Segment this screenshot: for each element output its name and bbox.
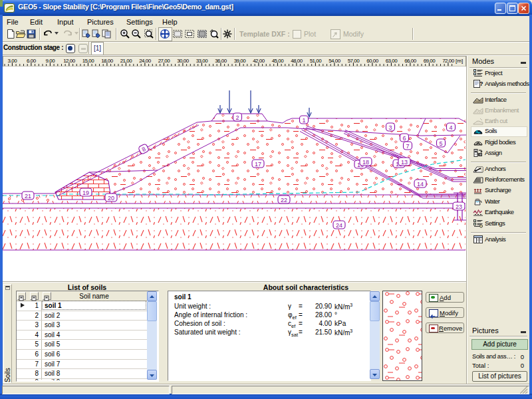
svg-text:57.00: 57.00 — [348, 58, 360, 64]
svg-text:36.00: 36.00 — [215, 58, 227, 64]
svg-text:69.00: 69.00 — [424, 58, 436, 64]
svg-text:?: ? — [479, 80, 483, 87]
svg-text:45.00: 45.00 — [272, 58, 285, 64]
svg-text:42.00: 42.00 — [253, 58, 265, 64]
svg-text:19: 19 — [82, 190, 89, 196]
svg-text:30.00: 30.00 — [177, 58, 190, 64]
svg-text:3.00: 3.00 — [8, 58, 18, 64]
svg-text:66.00: 66.00 — [404, 58, 417, 64]
svg-text:7: 7 — [406, 143, 409, 150]
svg-text:6.00: 6.00 — [27, 58, 37, 64]
svg-text:24: 24 — [336, 222, 342, 229]
svg-text:2: 2 — [235, 114, 239, 121]
svg-text:5: 5 — [439, 140, 442, 147]
svg-text:1: 1 — [302, 117, 305, 124]
svg-text:63.00: 63.00 — [386, 58, 398, 64]
svg-text:15.00: 15.00 — [82, 58, 95, 64]
svg-text:4: 4 — [449, 124, 452, 131]
svg-text:24.00: 24.00 — [139, 58, 152, 64]
svg-text:18: 18 — [362, 159, 369, 166]
svg-text:14: 14 — [417, 181, 424, 188]
svg-text:33.00: 33.00 — [196, 58, 209, 64]
svg-text:3: 3 — [388, 124, 392, 131]
svg-text:6: 6 — [402, 135, 406, 142]
svg-text:18.00: 18.00 — [101, 58, 114, 64]
svg-text:13: 13 — [401, 159, 408, 166]
svg-text:48.00: 48.00 — [291, 58, 303, 64]
svg-text:20: 20 — [108, 195, 114, 201]
svg-text:60.00: 60.00 — [366, 58, 379, 64]
svg-text:72.00: 72.00 — [442, 58, 455, 64]
svg-text:39.00: 39.00 — [234, 58, 247, 64]
svg-text:22: 22 — [281, 197, 287, 203]
svg-text:54.00: 54.00 — [329, 58, 341, 64]
svg-text:[m]: [m] — [456, 58, 463, 64]
svg-text:17: 17 — [255, 161, 261, 168]
svg-text:9.00: 9.00 — [46, 58, 56, 64]
svg-text:21.00: 21.00 — [120, 58, 133, 64]
svg-text:27.00: 27.00 — [158, 58, 171, 64]
svg-text:51.00: 51.00 — [310, 58, 323, 64]
svg-text:23: 23 — [456, 203, 462, 210]
svg-text:12.00: 12.00 — [63, 58, 76, 64]
svg-text:21: 21 — [25, 193, 31, 200]
